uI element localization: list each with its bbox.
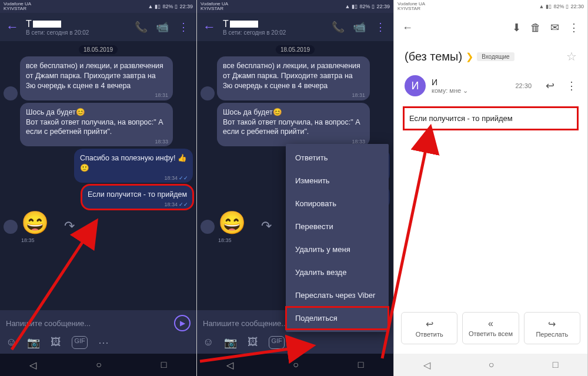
- menu-reply[interactable]: Ответить: [286, 146, 389, 169]
- send-button[interactable]: ▶: [174, 315, 191, 331]
- thumb-emoji: 👍: [178, 154, 187, 162]
- gmail-toolbar: ← ⬇︎ 🗑 ✉ ⋮: [394, 13, 587, 42]
- nav-back-icon[interactable]: ◁: [29, 360, 36, 371]
- forward-icon: ↪: [524, 318, 580, 330]
- read-ticks-icon: ✓✓: [179, 175, 188, 181]
- chat-area: 18.05.2019 все бесплатно) и лекции, и ра…: [0, 41, 196, 243]
- sticker-icon[interactable]: ☺: [6, 336, 16, 349]
- android-nav: ◁ ○ □: [0, 354, 196, 376]
- subject-row: (без темы) ❯ Входящие ☆: [394, 42, 587, 70]
- chat-header: ← Т В сети: сегодня в 20:02 📞 📹 ⋮: [197, 13, 393, 41]
- share-icon[interactable]: ↷: [64, 219, 75, 234]
- inbox-chip[interactable]: Входящие: [477, 52, 514, 61]
- star-icon[interactable]: ☆: [566, 49, 577, 63]
- video-icon[interactable]: 📹: [155, 21, 169, 33]
- smile-emoji: 🙂: [80, 164, 89, 172]
- subject: (без темы): [405, 50, 462, 63]
- message-in[interactable]: все бесплатно) и лекции, и развлечения о…: [4, 56, 193, 100]
- more-apps-icon[interactable]: ⋯: [98, 336, 109, 349]
- reply-button[interactable]: ↩Ответить: [401, 312, 457, 344]
- mail-icon[interactable]: ✉: [550, 21, 559, 34]
- message-in[interactable]: Шось да будет😊 Вот такой ответ получила,…: [4, 103, 193, 147]
- menu-translate[interactable]: Перевести: [286, 215, 389, 238]
- signal-icon: ▮▯: [155, 4, 161, 9]
- message-in-emoji[interactable]: 😄 ↷ 18:35: [4, 212, 193, 243]
- read-ticks-icon: ✓✓: [179, 202, 188, 207]
- more-icon[interactable]: ⋮: [373, 21, 387, 33]
- video-icon[interactable]: 📹: [352, 21, 366, 33]
- chevron-down-icon[interactable]: ⌄: [463, 87, 468, 94]
- nav-home-icon[interactable]: ○: [96, 360, 102, 370]
- menu-forward-viber[interactable]: Переслать через Viber: [286, 284, 389, 307]
- status-bar: Vodafone UAKYIVSTAR ▲▮▯82%▯22:39: [197, 0, 393, 13]
- status-bar: Vodafone UAKYIVSTAR ▲▮▯82%▯22:39: [0, 0, 196, 13]
- back-icon[interactable]: ←: [6, 19, 19, 35]
- status-bar: Vodafone UAKYIVSTAR ▲▮▯82%▯22:30: [394, 0, 587, 13]
- last-seen: В сети: сегодня в 20:02: [26, 29, 127, 36]
- forward-button[interactable]: ↪Переслать: [524, 312, 580, 344]
- message-input[interactable]: Напишите сообщение...: [6, 319, 91, 328]
- panel-gmail: Vodafone UAKYIVSTAR ▲▮▯82%▯22:30 ← ⬇︎ 🗑 …: [394, 0, 588, 376]
- reply-all-icon: «: [463, 318, 518, 329]
- call-icon[interactable]: 📞: [331, 21, 345, 33]
- menu-share[interactable]: Поделиться: [286, 307, 389, 330]
- menu-delete-me[interactable]: Удалить у меня: [286, 238, 389, 261]
- reply-icon[interactable]: ↩: [546, 79, 554, 92]
- camera-icon[interactable]: 📷: [27, 336, 40, 349]
- menu-delete-all[interactable]: Удалить везде: [286, 261, 389, 284]
- panel-viber-chat: Vodafone UAKYIVSTAR ▲▮▯82%▯22:39 ← Т В с…: [0, 0, 197, 376]
- archive-icon[interactable]: ⬇︎: [512, 21, 521, 34]
- back-icon[interactable]: ←: [402, 22, 413, 34]
- context-menu: Ответить Изменить Копировать Перевести У…: [286, 144, 389, 332]
- call-icon[interactable]: 📞: [134, 21, 148, 33]
- reply-icon: ↩: [402, 318, 457, 330]
- more-icon[interactable]: ⋮: [569, 21, 579, 34]
- importance-icon: ❯: [466, 51, 473, 62]
- delete-icon[interactable]: 🗑: [530, 22, 541, 34]
- nav-recent-icon[interactable]: □: [161, 360, 167, 370]
- message-time: 22:30: [515, 82, 532, 89]
- avatar: [4, 86, 18, 100]
- sender-avatar[interactable]: И: [405, 75, 426, 96]
- big-smile-emoji: 😄: [21, 212, 49, 234]
- chat-header: ← Т В сети: сегодня в 20:02 📞 📹 ⋮: [0, 13, 196, 41]
- gallery-icon[interactable]: 🖼: [51, 336, 61, 349]
- menu-edit[interactable]: Изменить: [286, 169, 389, 192]
- gif-icon[interactable]: GIF: [72, 336, 87, 349]
- censored-name: [33, 21, 61, 28]
- more-icon[interactable]: ⋮: [176, 21, 191, 33]
- panel-viber-context-menu: Vodafone UAKYIVSTAR ▲▮▯82%▯22:39 ← Т В с…: [197, 0, 394, 376]
- menu-copy[interactable]: Копировать: [286, 192, 389, 215]
- date-chip: 18.05.2019: [4, 43, 193, 54]
- message-out[interactable]: Спасибо за полезную инфу! 👍🙂18:34✓✓: [4, 149, 193, 183]
- composer: Напишите сообщение... ▶ ☺ 📷 🖼 GIF ⋯: [0, 310, 196, 354]
- back-icon[interactable]: ←: [203, 19, 216, 35]
- smile-emoji: 😊: [76, 108, 85, 116]
- action-row: ↩Ответить «Ответить всем ↪Переслать: [394, 306, 587, 350]
- more-icon[interactable]: ⋮: [566, 79, 577, 92]
- avatar: [4, 220, 18, 234]
- email-body-highlighted: Если получится - то прийдем: [405, 108, 577, 129]
- reply-all-button[interactable]: «Ответить всем: [462, 312, 519, 344]
- message-out-highlighted[interactable]: Если получится - то прийдем18:34✓✓: [4, 185, 193, 209]
- from-row: И И кому: мне ⌄ 22:30 ↩ ⋮: [394, 70, 587, 101]
- wifi-icon: ▲: [148, 4, 153, 9]
